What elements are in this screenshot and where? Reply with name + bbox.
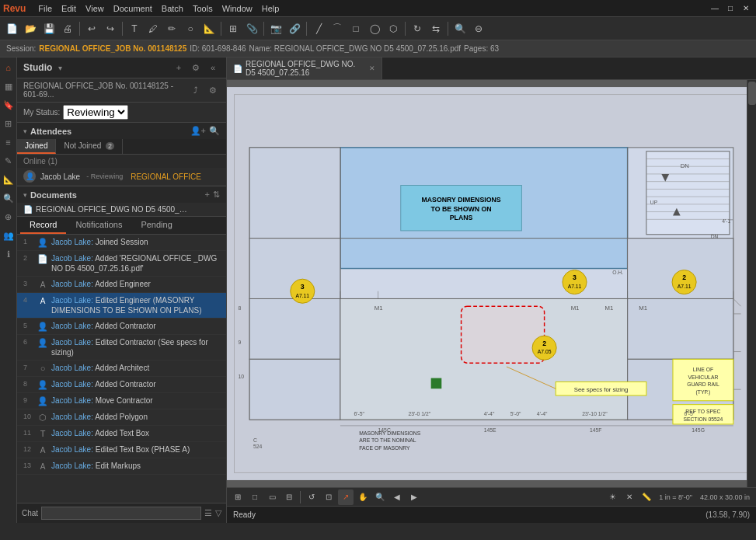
minimize-button[interactable]: —	[708, 2, 722, 16]
measure-tool[interactable]: 📐	[200, 20, 218, 37]
record-item[interactable]: 3 A Jacob Lake: Added Engineer	[17, 277, 226, 293]
drawing-tab[interactable]: 📄 REGIONAL OFFICE_DWG NO. D5 4500_07.25.…	[227, 57, 382, 79]
iconbar-pages[interactable]: ▦	[2, 79, 16, 93]
save-button[interactable]: 💾	[40, 20, 57, 37]
select-tool-btn[interactable]: ↗	[338, 489, 354, 505]
link-tool[interactable]: 🔗	[286, 20, 303, 37]
record-item[interactable]: 1 👤 Jacob Lake: Joined Session	[17, 235, 226, 251]
tab-joined[interactable]: Joined	[17, 139, 56, 154]
record-item[interactable]: 12 A Jacob Lake: Edited Text Box (PHASE …	[17, 442, 226, 458]
iconbar-compare[interactable]: ⊕	[2, 210, 16, 224]
zoom-tool-btn[interactable]: 🔍	[372, 489, 388, 505]
chat-input[interactable]	[41, 507, 201, 520]
studio-collapse-icon[interactable]: «	[206, 61, 220, 75]
studio-dropdown-arrow[interactable]: ▾	[58, 64, 62, 72]
print-button[interactable]: 🖨	[59, 20, 76, 37]
record-item[interactable]: 9 👤 Jacob Lake: Move Contractor	[17, 393, 226, 409]
record-item[interactable]: 13 A Jacob Lake: Edit Markups	[17, 458, 226, 475]
shape-tool[interactable]: ○	[182, 20, 199, 37]
menu-batch[interactable]: Batch	[157, 0, 188, 17]
docs-add-icon[interactable]: +	[205, 190, 210, 200]
calibrate-btn[interactable]: ✕	[622, 489, 637, 505]
studio-settings-icon[interactable]: ⚙	[189, 61, 203, 75]
record-item[interactable]: 7 ○ Jacob Lake: Added Architect	[17, 361, 226, 377]
tab-pending[interactable]: Pending	[131, 217, 181, 234]
brightness-btn[interactable]: ☀	[604, 489, 620, 505]
camera-tool[interactable]: 📷	[267, 20, 284, 37]
job-settings-icon[interactable]: ⚙	[206, 83, 220, 97]
page-layout-btn[interactable]: □	[247, 489, 263, 505]
tab-record[interactable]: Record	[20, 217, 66, 234]
flip-tool[interactable]: ⇆	[427, 20, 444, 37]
attendees-search-icon[interactable]: 🔍	[209, 126, 220, 136]
scrollbar-thumb[interactable]	[748, 82, 756, 105]
iconbar-studio[interactable]: 👥	[2, 228, 16, 242]
maximize-button[interactable]: □	[723, 2, 737, 16]
tab-notifications[interactable]: Notifications	[66, 217, 131, 234]
record-item[interactable]: 11 T Jacob Lake: Added Text Box	[17, 426, 226, 442]
attendees-header[interactable]: ▾ Attendees 👤+ 🔍	[17, 123, 226, 139]
page-thumb-btn[interactable]: ⊞	[230, 489, 246, 505]
tab-not-joined[interactable]: Not Joined 2	[56, 139, 123, 154]
menu-tools[interactable]: Tools	[188, 0, 218, 17]
iconbar-bookmarks[interactable]: 🔖	[2, 98, 16, 112]
page-continuous-btn[interactable]: ⊟	[281, 489, 297, 505]
record-item[interactable]: 10 ⬡ Jacob Lake: Added Polygon	[17, 409, 226, 426]
page-single-btn[interactable]: ▭	[264, 489, 280, 505]
chat-list-icon[interactable]: ☰	[204, 508, 212, 518]
record-item[interactable]: 8 👤 Jacob Lake: Added Contractor	[17, 377, 226, 393]
document-item[interactable]: 📄 REGIONAL OFFICE_DWG NO D5 4500_07.2...	[17, 203, 226, 216]
documents-header[interactable]: ▾ Documents + ⇅	[17, 186, 226, 203]
menu-edit[interactable]: Edit	[57, 0, 81, 17]
next-page-btn[interactable]: ▶	[406, 489, 422, 505]
zoom-in-button[interactable]: 🔍	[451, 20, 469, 37]
arc-tool[interactable]: ⌒	[329, 20, 346, 37]
studio-add-icon[interactable]: +	[172, 61, 186, 75]
record-item[interactable]: 5 👤 Jacob Lake: Added Contractor	[17, 319, 226, 335]
polygon-tool[interactable]: ⬡	[385, 20, 402, 37]
rect-tool[interactable]: □	[347, 20, 364, 37]
pen-tool[interactable]: ✏	[163, 20, 180, 37]
text-tool[interactable]: T	[126, 20, 143, 37]
iconbar-stamps[interactable]: ⊞	[2, 117, 16, 131]
ruler-btn[interactable]: 📏	[639, 489, 654, 505]
chat-filter-icon[interactable]: ▽	[215, 508, 221, 518]
menu-file[interactable]: File	[33, 0, 57, 17]
undo-button[interactable]: ↩	[83, 20, 100, 37]
pan-tool-btn[interactable]: ✋	[355, 489, 371, 505]
fit-page-btn[interactable]: ⊡	[321, 489, 336, 505]
iconbar-search[interactable]: 🔍	[2, 191, 16, 205]
attendees-add-icon[interactable]: 👤+	[190, 126, 206, 136]
record-item[interactable]: 4 A Jacob Lake: Edited Engineer (MASONRY…	[17, 293, 226, 319]
drawing-viewport[interactable]: DN UP	[227, 80, 756, 487]
redo-button[interactable]: ↪	[102, 20, 119, 37]
iconbar-properties[interactable]: ℹ	[2, 247, 16, 261]
new-button[interactable]: 📄	[3, 20, 20, 37]
iconbar-measure[interactable]: 📐	[2, 172, 16, 186]
open-button[interactable]: 📂	[22, 20, 39, 37]
docs-sort-icon[interactable]: ⇅	[213, 190, 220, 200]
menu-help[interactable]: Help	[257, 0, 284, 17]
stamp-tool[interactable]: ⊞	[225, 20, 242, 37]
record-item[interactable]: 2 📄 Jacob Lake: Added 'REGIONAL OFFICE _…	[17, 251, 226, 277]
job-share-icon[interactable]: ⤴	[189, 83, 203, 97]
record-item[interactable]: 6 👤 Jacob Lake: Edited Contractor (See s…	[17, 335, 226, 361]
iconbar-markup[interactable]: ✎	[2, 154, 16, 168]
menu-view[interactable]: View	[81, 0, 109, 17]
prev-page-btn[interactable]: ◀	[389, 489, 405, 505]
drawing-tab-close[interactable]: ✕	[369, 64, 375, 72]
iconbar-layers[interactable]: ≡	[2, 135, 16, 149]
rotate-view-btn[interactable]: ↺	[304, 489, 319, 505]
close-button[interactable]: ✕	[739, 2, 753, 16]
attach-tool[interactable]: 📎	[243, 20, 260, 37]
highlight-tool[interactable]: 🖊	[145, 20, 162, 37]
rotate-tool[interactable]: ↻	[409, 20, 426, 37]
status-select[interactable]: Reviewing Available Busy Away	[63, 105, 128, 120]
iconbar-home[interactable]: ⌂	[2, 61, 16, 75]
ellipse-tool[interactable]: ◯	[366, 20, 383, 37]
zoom-out-button[interactable]: ⊖	[470, 20, 487, 37]
menu-window[interactable]: Window	[218, 0, 257, 17]
line-tool[interactable]: ╱	[310, 20, 327, 37]
right-scrollbar[interactable]	[747, 80, 756, 487]
menu-document[interactable]: Document	[109, 0, 157, 17]
